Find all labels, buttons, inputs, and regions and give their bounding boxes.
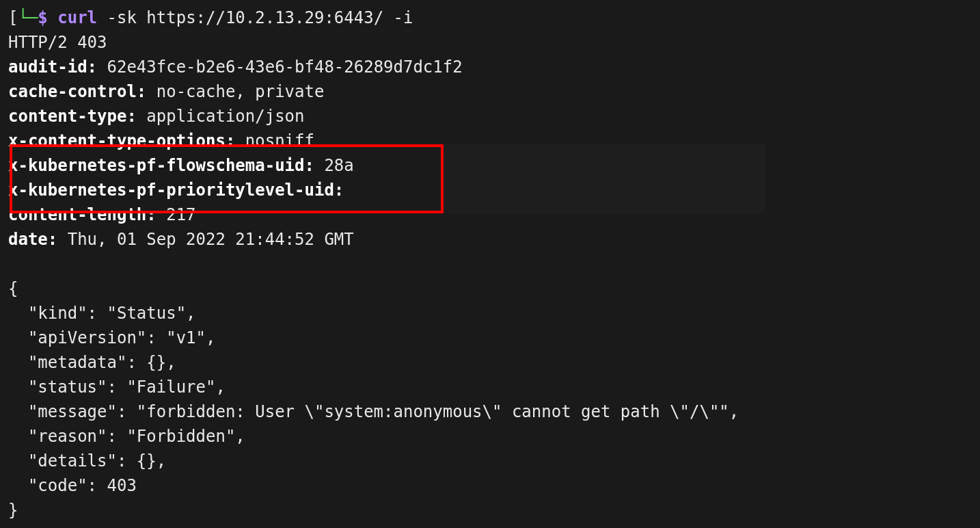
header-x-content-type-options: x-content-type-options: nosniff	[8, 129, 972, 153]
json-response-body: { "kind": "Status", "apiVersion": "v1", …	[8, 276, 972, 523]
curl-flag-i: -i	[394, 8, 413, 27]
curl-command: curl	[57, 8, 97, 27]
header-name: content-length:	[8, 205, 156, 224]
header-name: content-type:	[8, 107, 137, 126]
header-name: date:	[8, 230, 57, 249]
header-date: date: Thu, 01 Sep 2022 21:44:52 GMT	[8, 227, 972, 252]
header-value: 217	[156, 205, 196, 224]
header-name: x-kubernetes-pf-flowschema-uid:	[8, 156, 314, 175]
header-content-type: content-type: application/json	[8, 104, 972, 129]
terminal-output: [└─$ curl -sk https://10.2.13.29:6443/ -…	[8, 5, 972, 523]
header-value: nosniff	[235, 131, 314, 150]
header-cache-control: cache-control: no-cache, private	[8, 79, 972, 104]
command-prompt-line: [└─$ curl -sk https://10.2.13.29:6443/ -…	[8, 5, 972, 30]
header-value: no-cache, private	[146, 82, 324, 101]
http-status-line: HTTP/2 403	[8, 30, 972, 55]
header-value: application/json	[137, 107, 305, 126]
prompt-bracket: [	[8, 8, 18, 27]
header-value: Thu, 01 Sep 2022 21:44:52 GMT	[57, 230, 353, 249]
header-value: 62e43fce-b2e6-43e6-bf48-26289d7dc1f2	[97, 57, 463, 77]
header-x-kubernetes-pf-flowschema-uid: x-kubernetes-pf-flowschema-uid: 28a	[8, 153, 972, 178]
header-name: audit-id:	[8, 57, 97, 77]
header-name: x-content-type-options:	[8, 131, 235, 150]
prompt-dollar: $	[38, 8, 47, 27]
header-name: x-kubernetes-pf-prioritylevel-uid:	[8, 181, 344, 200]
header-x-kubernetes-pf-prioritylevel-uid: x-kubernetes-pf-prioritylevel-uid:	[8, 178, 972, 202]
prompt-arrow: └─	[18, 8, 38, 27]
curl-flag-sk: -sk	[107, 8, 137, 27]
header-name: cache-control:	[8, 82, 146, 101]
header-value: 28a	[314, 156, 354, 175]
header-content-length: content-length: 217	[8, 202, 972, 227]
header-audit-id: audit-id: 62e43fce-b2e6-43e6-bf48-26289d…	[8, 55, 972, 79]
curl-url: https://10.2.13.29:6443/	[146, 8, 383, 27]
